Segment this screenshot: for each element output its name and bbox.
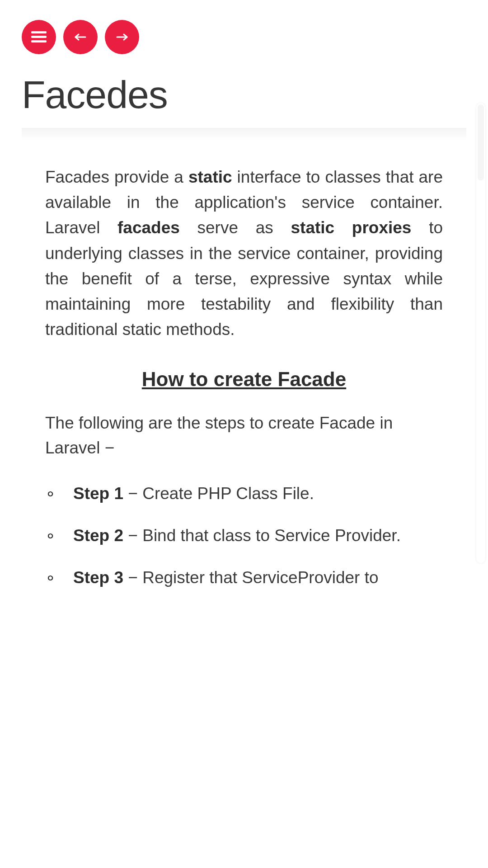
list-item: ∘Step 2 − Bind that class to Service Pro… — [45, 523, 443, 548]
arrow-right-icon — [115, 33, 129, 41]
bullet-icon: ∘ — [45, 565, 73, 590]
intro-text: serve as — [180, 218, 291, 237]
section-lead: The following are the steps to create Fa… — [45, 410, 443, 461]
section-heading: How to create Facade — [45, 368, 443, 391]
content-scroll-area[interactable]: Facades provide a static interface to cl… — [0, 136, 488, 868]
toolbar — [0, 0, 488, 54]
prev-button[interactable] — [63, 20, 98, 54]
next-button[interactable] — [105, 20, 139, 54]
intro-text: Facades provide a — [45, 168, 188, 186]
menu-button[interactable] — [22, 20, 56, 54]
bullet-icon: ∘ — [45, 523, 73, 548]
step-text: − Register that ServiceProvider to — [123, 568, 379, 587]
content: Facades provide a static interface to cl… — [0, 136, 488, 661]
intro-bold-facades: facades — [117, 218, 180, 237]
hamburger-icon — [31, 31, 47, 43]
intro-paragraph: Facades provide a static interface to cl… — [45, 165, 443, 343]
svg-rect-0 — [31, 31, 47, 33]
arrow-left-icon — [74, 33, 87, 41]
step-label: Step 3 — [73, 568, 123, 587]
steps-list: ∘Step 1 − Create PHP Class File. ∘Step 2… — [45, 481, 443, 591]
scrollbar-thumb[interactable] — [478, 104, 484, 180]
scrollbar-track[interactable] — [476, 103, 485, 563]
step-text: − Create PHP Class File. — [123, 484, 314, 503]
step-label: Step 1 — [73, 484, 123, 503]
intro-bold-static: static — [188, 168, 232, 186]
list-item: ∘Step 1 − Create PHP Class File. — [45, 481, 443, 506]
svg-rect-2 — [31, 40, 47, 42]
bullet-icon: ∘ — [45, 481, 73, 506]
page-title: Facedes — [0, 54, 488, 128]
list-item: ∘Step 3 − Register that ServiceProvider … — [45, 565, 443, 590]
step-label: Step 2 — [73, 526, 123, 545]
intro-bold-static-proxies: static proxies — [291, 218, 411, 237]
step-text: − Bind that class to Service Provider. — [123, 526, 401, 545]
svg-rect-1 — [31, 36, 47, 38]
